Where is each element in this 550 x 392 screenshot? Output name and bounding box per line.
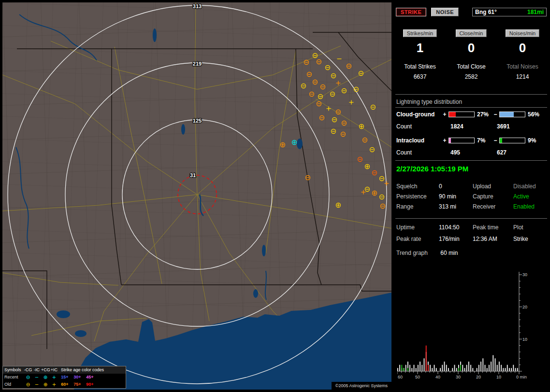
bearing-value: Bng 61° xyxy=(475,9,497,15)
close-per-min: Close/min 0 xyxy=(446,29,497,56)
trend-axes xyxy=(397,272,522,374)
persistence-label: Persistence xyxy=(396,193,439,200)
map-canvas: 313 219 125 31 xyxy=(2,2,391,390)
x-tick-60: 60 xyxy=(398,375,403,379)
squelch-label: Squelch xyxy=(396,183,439,190)
receiver-status: Enabled xyxy=(513,203,547,210)
divider xyxy=(395,160,547,161)
plus-sign: + xyxy=(442,111,448,118)
trend-tick-labels: 30 20 10 60 50 40 30 20 10 0 min xyxy=(398,272,527,379)
upload-label: Upload xyxy=(473,183,513,190)
ic-plus-percent: 7% xyxy=(476,137,492,144)
range-value: 313 mi xyxy=(439,203,473,210)
count-label: Count xyxy=(396,123,445,130)
y-tick-10: 10 xyxy=(522,337,527,342)
trend-graph: 30 20 10 60 50 40 30 20 10 0 min xyxy=(397,260,543,383)
ring-label-125: 125 xyxy=(193,118,202,124)
divider xyxy=(395,107,547,108)
ic-minus-percent: 9% xyxy=(526,137,543,144)
total-close-value: 2582 xyxy=(446,73,497,80)
legend-col-plus-ic: +IC xyxy=(50,368,58,372)
trend-bars xyxy=(397,346,518,371)
cg-minus-percent: 56% xyxy=(526,111,543,118)
receiver-label: Receiver xyxy=(473,203,513,210)
trend-graph-value: 60 min xyxy=(440,250,458,256)
recent-cg-minus-icon: ⊖ xyxy=(24,375,32,380)
minus-sign: − xyxy=(492,111,498,118)
cg-plus-count: 1824 xyxy=(450,123,491,130)
y-tick-30: 30 xyxy=(522,272,527,277)
age-code-15: 15+ xyxy=(58,375,71,379)
datetime-display: 2/27/2026 1:05:19 PM xyxy=(396,165,468,173)
plot-label: Plot xyxy=(513,224,547,231)
ic-minus-bar-fill xyxy=(500,138,502,143)
old-cg-minus-icon: ⊖ xyxy=(24,382,32,387)
totals-section: Total Strikes 6637 Total Close 2582 Tota… xyxy=(394,63,548,80)
legend-col-minus-ic: -IC xyxy=(32,368,41,372)
strikes-per-min: Strikes/min 1 xyxy=(394,29,446,56)
squelch-value: 0 xyxy=(439,183,473,190)
noise-button[interactable]: NOISE xyxy=(431,8,459,16)
settings-grid: Squelch 0 Upload Disabled Persistence 90… xyxy=(396,183,547,210)
x-tick-0-min: 0 min xyxy=(516,375,527,379)
trend-graph-canvas: 30 20 10 60 50 40 30 20 10 0 min xyxy=(397,260,543,382)
x-tick-10: 10 xyxy=(496,375,501,379)
ic-plus-bar xyxy=(449,138,475,143)
divider xyxy=(395,94,547,95)
divider xyxy=(395,218,547,219)
total-noises-label: Total Noises xyxy=(497,63,548,70)
trend-graph-label: Trend graph xyxy=(396,250,439,256)
uptime-value: 1104:50 xyxy=(439,224,473,231)
noises-per-min-label: Noises/min xyxy=(506,29,539,37)
bearing-distance-display: Bng 61° 181mi xyxy=(472,8,547,16)
plot-value: Strike xyxy=(513,236,547,242)
cloud-ground-label: Cloud-ground xyxy=(396,111,442,118)
legend-col-plus-cg: +CG xyxy=(41,368,50,372)
ring-label-219: 219 xyxy=(193,61,202,67)
noises-per-min-value: 0 xyxy=(497,41,548,56)
ring-label-31: 31 xyxy=(190,172,196,178)
ic-minus-bar xyxy=(499,138,525,143)
legend-old-row: Old ⊖ − ⊕ + 60+ 75+ 90+ xyxy=(3,381,126,388)
legend-age-header: Strike age color codes xyxy=(58,368,124,372)
cg-plus-bar-fill xyxy=(449,112,456,117)
lightning-map[interactable]: 313 219 125 31 Symbols -CG -IC +CG +IC S… xyxy=(2,2,391,390)
total-noises: Total Noises 1214 xyxy=(497,63,548,80)
old-ic-plus-icon: + xyxy=(50,382,58,387)
old-ic-minus-icon: − xyxy=(32,382,41,387)
total-strikes: Total Strikes 6637 xyxy=(394,63,446,80)
count-label: Count xyxy=(396,149,445,156)
intracloud-label: Intracloud xyxy=(396,137,442,144)
cg-minus-count: 3691 xyxy=(497,123,510,130)
x-tick-30: 30 xyxy=(456,375,461,379)
x-tick-40: 40 xyxy=(435,375,440,379)
legend-recent-label: Recent xyxy=(4,375,24,379)
distribution-title: Lightning type distribution xyxy=(396,98,462,105)
cloud-ground-count-row: Count 1824 3691 xyxy=(396,123,510,130)
recent-cg-plus-icon: ⊕ xyxy=(41,375,50,380)
minus-sign: − xyxy=(492,137,498,144)
legend-symbols-header: Symbols xyxy=(4,368,24,372)
total-strikes-value: 6637 xyxy=(394,73,446,80)
peak-time-value: 12:36 AM xyxy=(473,236,513,242)
age-code-90: 90+ xyxy=(84,382,96,387)
legend-header-row: Symbols -CG -IC +CG +IC Strike age color… xyxy=(3,366,126,374)
total-close-label: Total Close xyxy=(446,63,497,70)
close-per-min-value: 0 xyxy=(446,41,497,56)
intracloud-row: Intracloud + 7% − 9% xyxy=(396,137,543,144)
x-tick-20: 20 xyxy=(476,375,481,379)
strike-button[interactable]: STRIKE xyxy=(396,8,426,16)
copyright-notice: ©2005 Astrogenic Systems xyxy=(332,382,391,390)
noises-per-min: Noises/min 0 xyxy=(497,29,548,56)
recent-ic-minus-icon: − xyxy=(32,375,41,380)
age-code-45: 45+ xyxy=(84,375,96,379)
cloud-ground-row: Cloud-ground + 27% − 56% xyxy=(396,111,543,118)
ic-plus-count: 495 xyxy=(450,149,491,156)
cg-minus-bar xyxy=(499,112,525,117)
peak-rate-label: Peak rate xyxy=(396,236,439,242)
cg-plus-bar xyxy=(449,112,475,117)
ic-plus-bar-fill xyxy=(449,138,451,143)
total-close: Total Close 2582 xyxy=(446,63,497,80)
peak-time-label: Peak time xyxy=(473,224,513,231)
upload-status: Disabled xyxy=(513,183,547,190)
